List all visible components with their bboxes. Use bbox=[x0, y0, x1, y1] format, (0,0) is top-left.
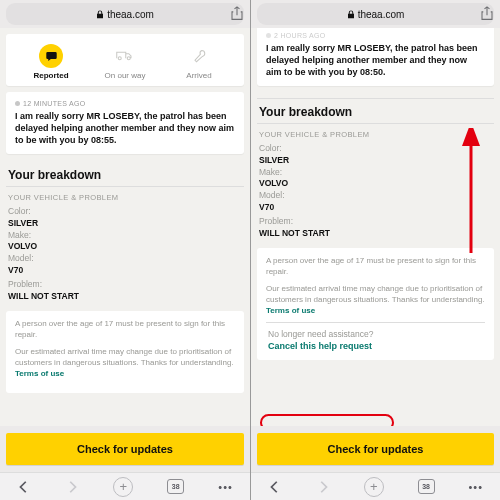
share-icon[interactable] bbox=[231, 6, 243, 21]
age-note: A person over the age of 17 must be pres… bbox=[15, 319, 235, 341]
eta-note: Our estimated arrival time may change du… bbox=[15, 347, 235, 379]
age-note: A person over the age of 17 must be pres… bbox=[266, 256, 485, 278]
status-message-card: 2 HOURS AGO I am really sorry MR LOSEBY,… bbox=[257, 28, 494, 86]
new-tab-button[interactable]: + bbox=[113, 477, 133, 497]
tabs-button[interactable]: 38 bbox=[167, 479, 184, 494]
color-label: Color: bbox=[259, 143, 282, 153]
make-label: Make: bbox=[259, 167, 282, 177]
model-label: Model: bbox=[259, 190, 285, 200]
make-value: VOLVO bbox=[8, 241, 37, 251]
model-value: V70 bbox=[8, 265, 23, 275]
step-arrived-label: Arrived bbox=[162, 71, 236, 80]
browser-nav: + 38 ••• bbox=[0, 472, 250, 500]
wrench-icon bbox=[187, 44, 211, 68]
lock-icon bbox=[96, 10, 104, 19]
url-host: theaa.com bbox=[107, 9, 154, 20]
notes-card: A person over the age of 17 must be pres… bbox=[257, 248, 494, 360]
cancel-request-link[interactable]: Cancel this help request bbox=[268, 341, 483, 351]
vehicle-sub: YOUR VEHICLE & PROBLEM bbox=[259, 130, 492, 139]
more-icon[interactable]: ••• bbox=[468, 481, 483, 493]
status-timestamp: 12 MINUTES AGO bbox=[15, 100, 235, 107]
terms-link[interactable]: Terms of use bbox=[15, 369, 64, 378]
status-message: I am really sorry MR LOSEBY, the patrol … bbox=[266, 42, 485, 78]
check-updates-button[interactable]: Check for updates bbox=[6, 433, 244, 465]
back-icon[interactable] bbox=[268, 480, 282, 494]
vehicle-sub: YOUR VEHICLE & PROBLEM bbox=[8, 193, 242, 202]
problem-value: WILL NOT START bbox=[259, 228, 330, 238]
model-value: V70 bbox=[259, 202, 274, 212]
annotation-circle bbox=[260, 414, 394, 426]
make-value: VOLVO bbox=[259, 178, 288, 188]
tabs-button[interactable]: 38 bbox=[418, 479, 435, 494]
model-label: Model: bbox=[8, 253, 34, 263]
step-onourway-label: On our way bbox=[88, 71, 162, 80]
color-label: Color: bbox=[8, 206, 31, 216]
progress-stepper: Reported On our way Arrived bbox=[10, 38, 240, 84]
terms-link[interactable]: Terms of use bbox=[266, 306, 315, 315]
breakdown-title: Your breakdown bbox=[8, 168, 242, 182]
back-icon[interactable] bbox=[17, 480, 31, 494]
chat-icon bbox=[39, 44, 63, 68]
share-icon[interactable] bbox=[481, 6, 493, 21]
check-updates-button[interactable]: Check for updates bbox=[257, 433, 494, 465]
url-pill[interactable]: theaa.com bbox=[6, 3, 244, 25]
make-label: Make: bbox=[8, 230, 31, 240]
problem-value: WILL NOT START bbox=[8, 291, 79, 301]
color-value: SILVER bbox=[8, 218, 38, 228]
url-bar: theaa.com bbox=[251, 0, 500, 28]
browser-nav: + 38 ••• bbox=[251, 472, 500, 500]
step-reported-label: Reported bbox=[14, 71, 88, 80]
color-value: SILVER bbox=[259, 155, 289, 165]
url-host: theaa.com bbox=[358, 9, 405, 20]
forward-icon bbox=[65, 480, 79, 494]
truck-icon bbox=[113, 44, 137, 68]
breakdown-title: Your breakdown bbox=[259, 105, 492, 119]
forward-icon bbox=[316, 480, 330, 494]
status-message: I am really sorry MR LOSEBY, the patrol … bbox=[15, 110, 235, 146]
cancel-question: No longer need assistance? bbox=[268, 329, 483, 339]
more-icon[interactable]: ••• bbox=[218, 481, 233, 493]
eta-note: Our estimated arrival time may change du… bbox=[266, 284, 485, 316]
problem-label: Problem: bbox=[8, 279, 42, 289]
status-message-card: 12 MINUTES AGO I am really sorry MR LOSE… bbox=[6, 92, 244, 154]
url-bar: theaa.com bbox=[0, 0, 250, 28]
new-tab-button[interactable]: + bbox=[364, 477, 384, 497]
problem-label: Problem: bbox=[259, 216, 293, 226]
notes-card: A person over the age of 17 must be pres… bbox=[6, 311, 244, 393]
lock-icon bbox=[347, 10, 355, 19]
status-timestamp: 2 HOURS AGO bbox=[266, 32, 485, 39]
url-pill[interactable]: theaa.com bbox=[257, 3, 494, 25]
